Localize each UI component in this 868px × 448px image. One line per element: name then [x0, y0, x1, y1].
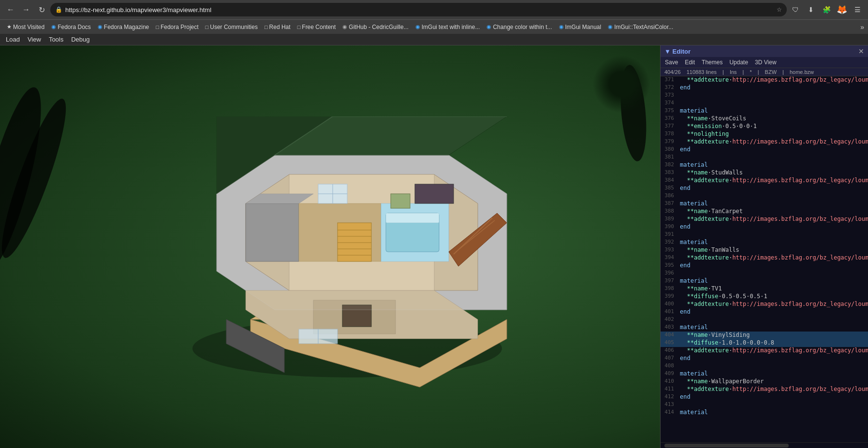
back-button[interactable]: ←: [4, 3, 17, 16]
line-number: 378: [661, 130, 678, 138]
line-content: **name·VinylSiding: [678, 332, 868, 339]
bookmark-imgui-inline[interactable]: ◉ ImGui text with inline...: [412, 23, 483, 31]
code-line: 404 **name·VinylSiding: [661, 332, 868, 339]
extensions-button[interactable]: 🛡: [789, 3, 802, 16]
menu-load[interactable]: Load: [2, 35, 24, 44]
editor-close-button[interactable]: ✕: [858, 47, 864, 55]
line-number: 379: [661, 138, 678, 146]
line-number: 399: [661, 293, 678, 301]
line-number: 407: [661, 355, 678, 362]
address-bar-text[interactable]: https://bz-next.github.io/mapviewer3/map…: [65, 6, 774, 14]
line-number: 386: [661, 192, 678, 200]
line-content: end: [678, 185, 868, 192]
bookmark-star-icon[interactable]: ☆: [777, 6, 782, 13]
line-content: [678, 92, 868, 100]
code-line: 386: [661, 192, 868, 200]
bookmark-github[interactable]: ◉ GitHub - CedricGuille...: [339, 23, 411, 31]
editor-3dview-button[interactable]: 3D View: [753, 58, 778, 66]
bookmark-red-hat[interactable]: □ Red Hat: [262, 23, 294, 31]
code-line: 385end: [661, 185, 868, 192]
line-content: **addtexture·http://images.bzflag.org/bz…: [678, 386, 868, 393]
bookmark-imgui-manual[interactable]: ◉ ImGui Manual: [556, 23, 604, 31]
code-line: 377 **emission·0.5·0·0·1: [661, 123, 868, 130]
bookmark-free-content[interactable]: □ Free Content: [294, 23, 339, 31]
reload-button[interactable]: ↻: [35, 3, 48, 16]
line-content: **name·TanCarpet: [678, 208, 868, 216]
globe-icon: ◉: [608, 24, 613, 30]
editor-lines-count: 110883 lines: [687, 69, 717, 75]
line-content: material: [678, 239, 868, 246]
line-content: material: [678, 409, 868, 417]
line-content: **addtexture·http://images.bzflag.org/bz…: [678, 347, 868, 355]
code-line: 396: [661, 270, 868, 277]
bookmark-user-communities[interactable]: □ User Communities: [203, 23, 261, 31]
menu-view[interactable]: View: [24, 35, 45, 44]
line-number: 372: [661, 84, 678, 92]
menu-debug[interactable]: Debug: [67, 35, 93, 44]
line-content: material: [678, 324, 868, 332]
code-line: 410 **name·WallpaperBorder: [661, 378, 868, 386]
editor-update-button[interactable]: Update: [728, 58, 750, 66]
code-line: 400 **addtexture·http://images.bzflag.or…: [661, 301, 868, 308]
line-number: 404: [661, 332, 678, 339]
code-line: 409material: [661, 370, 868, 378]
editor-filename: home.bzw: [790, 69, 814, 75]
line-number: 406: [661, 347, 678, 355]
editor-horizontal-scrollbar[interactable]: [661, 442, 868, 448]
line-content: **diffuse·0.5·0.5·0.5·1: [678, 293, 868, 301]
hamburger-menu[interactable]: ☰: [851, 3, 864, 16]
line-number: 414: [661, 409, 678, 417]
line-number: 381: [661, 154, 678, 161]
bookmark-fedora-magazine[interactable]: ◉ Fedora Magazine: [95, 23, 152, 31]
menu-tools[interactable]: Tools: [45, 35, 67, 44]
line-content: **name·StudWalls: [678, 169, 868, 177]
browser-actions: 🛡 ⬇ 🧩 🦊 ☰: [789, 3, 864, 16]
line-content: material: [678, 107, 868, 115]
code-line: 371 **addtexture·http://images.bzflag.or…: [661, 76, 868, 84]
hscroll-thumb[interactable]: [664, 444, 789, 448]
bookmarks-overflow-btn[interactable]: »: [860, 23, 864, 31]
editor-status-sep2: |: [743, 69, 744, 75]
code-line: 405 **diffuse·1.0·1.0·0.0·0.8: [661, 339, 868, 347]
editor-status-bzw: BZW: [765, 69, 777, 75]
code-line: 380end: [661, 146, 868, 154]
code-line: 406 **addtexture·http://images.bzflag.or…: [661, 347, 868, 355]
forward-button[interactable]: →: [19, 3, 33, 16]
line-number: 393: [661, 246, 678, 254]
code-line: 376 **name·StoveCoils: [661, 115, 868, 123]
editor-edit-button[interactable]: Edit: [683, 58, 696, 66]
code-line: 374: [661, 100, 868, 107]
addons-button[interactable]: 🧩: [820, 3, 833, 16]
bookmark-fedora-docs[interactable]: ◉ Fedora Docs: [48, 23, 94, 31]
line-content: material: [678, 277, 868, 285]
bookmark-imgui-textansi[interactable]: ◉ ImGui::TextAnsiColor...: [605, 23, 676, 31]
bookmark-label: ImGui text with inline...: [422, 24, 480, 30]
line-content: [678, 154, 868, 161]
code-line: 413: [661, 401, 868, 409]
bookmark-fedora-project[interactable]: □ Fedora Project: [153, 23, 201, 31]
bookmark-label: Fedora Project: [161, 24, 199, 30]
house-svg: [178, 116, 516, 406]
bookmark-change-color[interactable]: ◉ Change color within t...: [484, 23, 555, 31]
editor-save-button[interactable]: Save: [663, 58, 679, 66]
code-line: 383 **name·StudWalls: [661, 169, 868, 177]
firefox-menu-button[interactable]: 🦊: [835, 3, 849, 16]
code-line: 384 **addtexture·http://images.bzflag.or…: [661, 177, 868, 185]
code-line: 379 **addtexture·http://images.bzflag.or…: [661, 138, 868, 146]
line-content: [678, 231, 868, 239]
line-number: 401: [661, 308, 678, 316]
line-content: end: [678, 308, 868, 316]
address-bar-container: 🔒 https://bz-next.github.io/mapviewer3/m…: [50, 3, 787, 16]
bookmark-label: Fedora Docs: [58, 24, 91, 30]
code-line: 407end: [661, 355, 868, 362]
bookmark-most-visited[interactable]: ★ Most Visited: [4, 23, 47, 31]
house-model[interactable]: [178, 116, 516, 406]
code-line: 381: [661, 154, 868, 161]
editor-code-area[interactable]: 371 **addtexture·http://images.bzflag.or…: [661, 76, 868, 442]
code-line: 411 **addtexture·http://images.bzflag.or…: [661, 386, 868, 393]
editor-themes-button[interactable]: Themes: [700, 58, 724, 66]
download-button[interactable]: ⬇: [804, 3, 818, 16]
code-line: 391: [661, 231, 868, 239]
line-number: 380: [661, 146, 678, 154]
code-line: 412end: [661, 393, 868, 401]
